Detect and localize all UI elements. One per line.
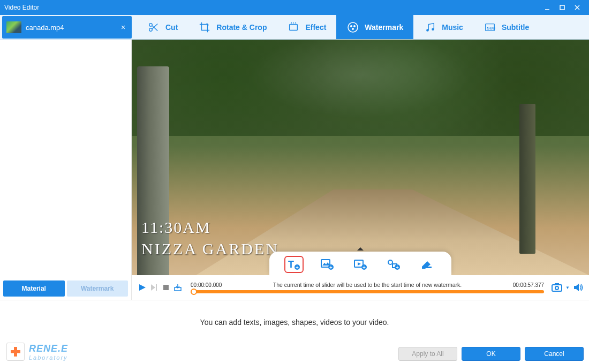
svg-point-13: [426, 29, 429, 32]
svg-point-12: [352, 28, 354, 30]
timeline-hint: The current time of slider will be used …: [273, 282, 462, 288]
svg-point-35: [555, 286, 558, 290]
volume-button[interactable]: [573, 282, 584, 293]
svg-rect-38: [11, 350, 20, 353]
svg-text:+: +: [396, 264, 399, 270]
preview-area: 11:30AM NIZZA GARDEN T+ + + +: [132, 40, 589, 300]
main-area: Material Watermark 11:30AM NIZZA GARDEN …: [0, 40, 589, 300]
tab-label: Music: [442, 23, 463, 32]
svg-point-14: [432, 28, 434, 31]
tab-watermark[interactable]: Watermark: [336, 15, 413, 39]
timeline-track[interactable]: [191, 290, 544, 293]
tab-rotate-crop[interactable]: Rotate & Crop: [188, 15, 277, 39]
toolbar: canada.mp4 × Cut Rotate & Crop Effect Wa…: [0, 15, 589, 40]
tab-label: Subtitle: [502, 23, 529, 32]
svg-rect-34: [552, 285, 562, 291]
svg-text:+: +: [296, 264, 299, 270]
side-tab-watermark[interactable]: Watermark: [67, 280, 129, 297]
file-tab[interactable]: canada.mp4 ×: [2, 16, 132, 39]
watermark-icon: [346, 21, 359, 34]
close-file-icon[interactable]: ×: [119, 23, 127, 32]
sidebar: Material Watermark: [0, 40, 132, 300]
brand-name: RENE.E: [29, 343, 68, 354]
tab-subtitle[interactable]: SUB Subtitle: [473, 15, 539, 39]
tab-label: Rotate & Crop: [216, 23, 267, 32]
svg-rect-1: [560, 5, 564, 10]
ok-button[interactable]: OK: [462, 347, 520, 361]
export-frame-button[interactable]: [172, 282, 183, 293]
svg-text:+: +: [329, 264, 333, 270]
svg-point-11: [353, 25, 356, 27]
svg-point-10: [350, 25, 352, 27]
cancel-button[interactable]: Cancel: [525, 347, 584, 361]
overlay-timestamp: 11:30AM: [141, 218, 211, 237]
empty-state-hint: You can add texts, images, shapes, video…: [0, 300, 589, 344]
brand-logo: RENE.E Laboratory: [6, 343, 68, 361]
svg-text:+: +: [363, 264, 366, 270]
playback-controls: 00:00:00.000 The current time of slider …: [132, 275, 589, 300]
stop-button[interactable]: [161, 282, 171, 293]
timeline: 00:00:00.000 The current time of slider …: [187, 282, 547, 293]
titlebar: Video Editor: [0, 0, 589, 15]
svg-rect-32: [163, 285, 169, 290]
overlay-caption: NIZZA GARDEN: [141, 240, 279, 258]
timeline-knob[interactable]: [191, 289, 197, 295]
tab-cut[interactable]: Cut: [137, 15, 188, 39]
snapshot-dropdown-icon[interactable]: ▼: [565, 285, 570, 290]
play-button[interactable]: [137, 282, 148, 293]
svg-rect-30: [426, 267, 432, 268]
music-note-icon: [424, 21, 436, 34]
tab-label: Effect: [305, 23, 326, 32]
scissors-icon: [147, 21, 160, 34]
brand-sub: Laboratory: [29, 354, 68, 361]
apply-to-all-button[interactable]: Apply to All: [398, 347, 457, 361]
close-window-button[interactable]: [570, 2, 585, 13]
svg-point-26: [388, 260, 392, 264]
video-preview[interactable]: 11:30AM NIZZA GARDEN T+ + + +: [132, 40, 589, 275]
minimize-button[interactable]: [540, 2, 555, 13]
window-title: Video Editor: [4, 4, 540, 11]
tab-effect[interactable]: Effect: [277, 15, 336, 39]
svg-text:SUB: SUB: [487, 25, 495, 30]
watermark-type-toolbar: T+ + + +: [269, 252, 451, 275]
file-name: canada.mp4: [26, 24, 115, 32]
add-text-watermark-button[interactable]: T+: [284, 256, 304, 273]
svg-rect-8: [290, 24, 298, 30]
sparkle-icon: [287, 21, 300, 34]
subtitle-icon: SUB: [484, 21, 496, 34]
svg-point-9: [348, 22, 358, 32]
add-video-watermark-button[interactable]: +: [351, 256, 370, 273]
add-shape-watermark-button[interactable]: +: [384, 256, 403, 273]
svg-rect-36: [555, 283, 559, 285]
tab-music[interactable]: Music: [413, 15, 473, 39]
add-image-watermark-button[interactable]: +: [318, 256, 337, 273]
side-tab-material[interactable]: Material: [3, 280, 65, 297]
svg-rect-31: [156, 284, 157, 291]
bottom-panel: You can add texts, images, shapes, video…: [0, 300, 589, 364]
remove-watermark-button[interactable]: [417, 256, 436, 273]
total-time: 00:00:57.377: [513, 282, 544, 288]
snapshot-button[interactable]: [552, 282, 562, 293]
maximize-button[interactable]: [555, 2, 570, 13]
action-buttons: Apply to All OK Cancel: [0, 344, 589, 364]
side-tabs: Material Watermark: [0, 277, 131, 300]
file-thumbnail: [6, 21, 21, 33]
current-time: 00:00:00.000: [191, 282, 222, 288]
crop-icon: [198, 21, 211, 34]
step-button[interactable]: [149, 282, 160, 293]
tab-label: Cut: [165, 23, 178, 32]
svg-text:T: T: [288, 259, 294, 270]
tab-label: Watermark: [365, 23, 403, 32]
plus-icon: [6, 343, 25, 361]
tool-tabs: Cut Rotate & Crop Effect Watermark Music…: [132, 15, 589, 39]
